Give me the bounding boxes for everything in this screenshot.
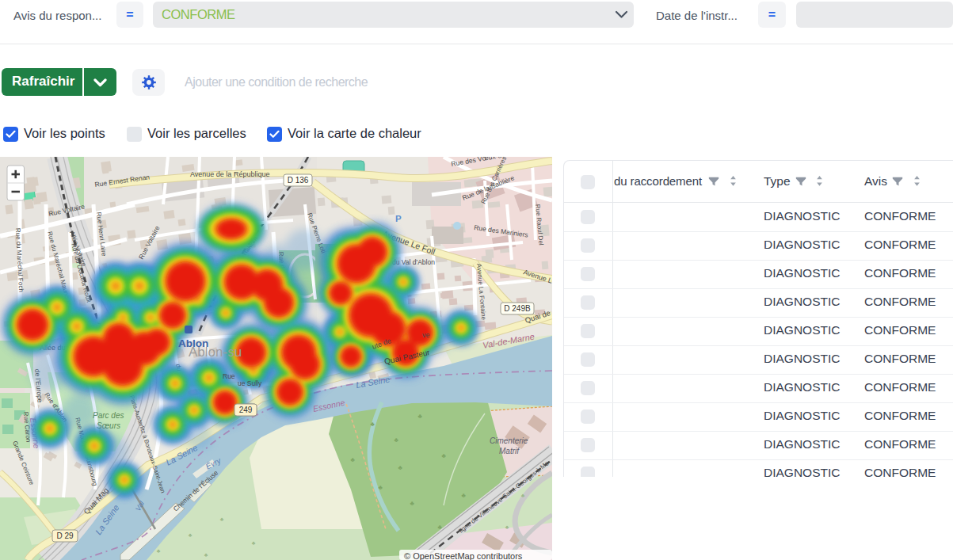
svg-text:Cimenterie: Cimenterie: [490, 436, 528, 445]
svg-text:♣: ♣: [350, 456, 355, 463]
svg-text:♣: ♣: [252, 540, 256, 546]
svg-text:♣: ♣: [521, 493, 525, 498]
svg-text:♣: ♣: [461, 492, 466, 499]
svg-text:♣: ♣: [441, 452, 446, 459]
svg-text:P: P: [395, 214, 402, 223]
svg-text:♣: ♣: [437, 524, 442, 531]
svg-text:♣: ♣: [157, 548, 161, 554]
svg-text:♣: ♣: [505, 524, 509, 530]
svg-text:♣: ♣: [189, 532, 193, 538]
svg-text:♣: ♣: [378, 484, 383, 491]
svg-text:♣: ♣: [394, 436, 398, 444]
svg-text:ue Sully: ue Sully: [238, 379, 262, 387]
svg-text:♣: ♣: [410, 500, 414, 507]
svg-text:♣: ♣: [370, 421, 375, 428]
svg-text:Ablon-su: Ablon-su: [189, 345, 242, 360]
svg-text:♣: ♣: [398, 464, 402, 471]
svg-text:ve: ve: [422, 331, 430, 339]
svg-text:D 136: D 136: [288, 176, 309, 185]
svg-text:249: 249: [239, 406, 253, 414]
svg-text:Rue: Rue: [223, 372, 235, 380]
svg-text:D 29: D 29: [56, 531, 74, 540]
svg-text:© OpenStreetMap contributors: © OpenStreetMap contributors: [404, 551, 523, 560]
svg-text:Matrif: Matrif: [499, 447, 520, 455]
svg-text:Avenue de la République: Avenue de la République: [190, 170, 269, 178]
svg-text:♣: ♣: [417, 413, 422, 420]
svg-text:♣: ♣: [220, 516, 224, 522]
svg-text:♣: ♣: [204, 552, 208, 558]
svg-text:Parc des: Parc des: [93, 411, 124, 420]
svg-text:D 249B: D 249B: [504, 304, 531, 313]
